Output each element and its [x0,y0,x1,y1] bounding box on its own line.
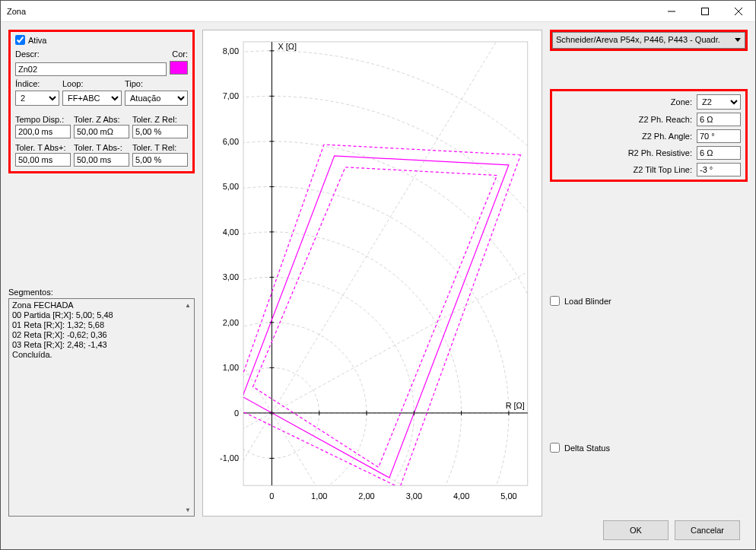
scroll-up-icon[interactable]: ▲ [182,299,194,311]
toler-t-absp-input[interactable] [15,153,71,167]
segmentos-line: Concluída. [12,350,180,360]
ativa-label: Ativa [28,36,46,45]
close-button[interactable] [722,1,755,22]
tipo-select[interactable]: Atuação [125,91,188,106]
device-select[interactable]: Schneider/Areva P54x, P446, P443 - Quadr… [552,32,745,49]
zone-settings-group: Ativa Descr: Cor: [8,30,195,173]
toler-z-abs-input[interactable] [74,125,129,138]
tempo-disp-label: Tempo Disp.: [15,115,71,124]
segmentos-line: 00 Partida [R;X]: 5,00; 5,48 [12,310,180,320]
svg-line-21 [203,413,272,516]
window-title: Zona [7,7,655,16]
svg-text:0: 0 [269,491,274,501]
toler-t-absp-label: Toler. T Abs+: [15,143,71,152]
device-select-text: Schneider/Areva P54x, P446, P443 - Quadr… [553,33,731,48]
svg-text:8,00: 8,00 [223,46,239,56]
svg-text:-1,00: -1,00 [220,453,239,463]
toler-t-rel-label: Toler. T Rel: [132,143,188,152]
segmentos-line: 02 Reta [R;X]: -0,62; 0,36 [12,330,180,340]
indice-select[interactable]: 2 [15,91,59,106]
r2-res-input[interactable] [697,146,741,160]
minimize-button[interactable] [655,1,688,22]
zone-select[interactable]: Z2 [697,94,741,110]
svg-rect-4 [243,42,528,485]
indice-label: Índice: [15,79,59,88]
svg-rect-1 [702,8,709,14]
svg-line-18 [203,30,272,413]
svg-marker-29 [231,145,520,488]
svg-text:5,00: 5,00 [223,182,239,191]
svg-text:5,00: 5,00 [500,491,516,501]
toler-t-absm-input[interactable] [74,153,129,167]
segmentos-line: Zona FECHADA [12,300,180,310]
chart-svg: 01,002,003,004,005,00-1,0001,002,003,004… [203,30,542,516]
ativa-checkbox[interactable] [15,35,25,45]
load-blinder-label: Load Blinder [564,297,611,306]
svg-line-19 [203,30,272,413]
svg-text:R [Ω]: R [Ω] [506,401,525,410]
tilt-label: Z2 Tilt Top Line: [557,165,692,174]
delta-status-label: Delta Status [564,443,610,453]
svg-text:4,00: 4,00 [453,491,469,501]
toler-z-rel-input[interactable] [132,125,188,138]
svg-text:2,00: 2,00 [358,491,374,501]
svg-text:6,00: 6,00 [223,137,239,146]
maximize-button[interactable] [688,1,722,22]
svg-point-9 [203,232,462,516]
ph-angle-label: Z2 Ph. Angle: [557,132,692,141]
svg-text:4,00: 4,00 [223,227,239,237]
svg-point-11 [203,141,542,516]
tipo-label: Tipo: [125,79,188,88]
svg-text:7,00: 7,00 [223,91,239,100]
zone-label: Zone: [557,97,692,107]
tilt-input[interactable] [697,163,741,176]
chevron-down-icon [731,33,745,48]
segmentos-label: Segmentos: [8,288,195,297]
svg-text:3,00: 3,00 [223,272,239,281]
delta-status-checkbox[interactable] [550,443,560,453]
toler-z-abs-label: Toler. Z Abs: [74,115,129,124]
svg-text:X [Ω]: X [Ω] [278,42,297,51]
scroll-down-icon[interactable]: ▼ [182,504,194,516]
svg-line-22 [203,413,272,516]
svg-text:1,00: 1,00 [311,491,327,501]
toler-z-rel-label: Toler. Z Rel: [132,115,188,124]
svg-text:0: 0 [234,409,239,418]
svg-point-13 [203,51,542,516]
impedance-chart[interactable]: 01,002,003,004,005,00-1,0001,002,003,004… [202,30,542,517]
svg-text:1,00: 1,00 [223,363,239,372]
ph-reach-input[interactable] [697,113,741,126]
tempo-disp-input[interactable] [15,125,71,138]
load-blinder-checkbox[interactable] [550,296,560,306]
svg-text:2,00: 2,00 [223,318,239,327]
ph-angle-input[interactable] [697,129,741,143]
segmentos-line: 03 Reta [R;X]: 2,48; -1,43 [12,340,180,350]
cor-label: Cor: [170,49,188,59]
toler-t-rel-input[interactable] [132,153,188,167]
loop-label: Loop: [62,79,122,88]
window-titlebar: Zona [1,1,755,22]
ph-reach-label: Z2 Ph. Reach: [557,115,692,124]
segmentos-listbox[interactable]: Zona FECHADA 00 Partida [R;X]: 5,00; 5,4… [8,298,195,517]
zone-params-group: Zone: Z2 Z2 Ph. Reach: Z2 Ph. Angle: R2 … [550,89,748,182]
svg-point-8 [203,277,414,516]
svg-text:3,00: 3,00 [406,491,422,501]
descr-input[interactable] [15,62,167,76]
cor-swatch[interactable] [170,61,188,75]
cancel-button[interactable]: Cancelar [675,520,740,540]
segmentos-line: 01 Reta [R;X]: 1,32; 5,68 [12,320,180,330]
segmentos-scrollbar[interactable]: ▲ ▼ [182,299,194,516]
loop-select[interactable]: FF+ABC [62,91,122,106]
toler-t-absm-label: Toler. T Abs-: [74,143,129,152]
r2-res-label: R2 Ph. Resistive: [557,148,692,157]
ok-button[interactable]: OK [603,520,669,540]
descr-label: Descr: [15,49,167,59]
